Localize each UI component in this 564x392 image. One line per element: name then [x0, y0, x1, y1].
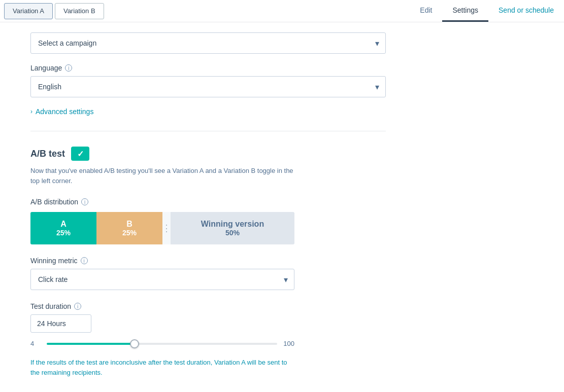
- advanced-settings-toggle[interactable]: › Advanced settings: [30, 108, 503, 116]
- test-duration-label-row: Test duration i: [30, 302, 503, 310]
- test-duration-input[interactable]: 24 Hours: [30, 314, 91, 333]
- slider-min-value: 4: [30, 340, 41, 347]
- ab-test-section: A/B test Now that you've enabled A/B tes…: [30, 147, 503, 377]
- winning-metric-chevron-icon: ▾: [284, 275, 288, 284]
- settings-nav-link[interactable]: Settings: [442, 0, 488, 22]
- variation-tabs: Variation A Variation B: [0, 0, 104, 22]
- slider-max-value: 100: [283, 340, 294, 347]
- dist-a-pct: 25%: [56, 229, 71, 237]
- edit-nav-link[interactable]: Edit: [410, 0, 442, 22]
- ab-test-toggle[interactable]: [71, 147, 89, 161]
- winning-metric-label-row: Winning metric i: [30, 257, 503, 265]
- ab-test-title: A/B test: [30, 149, 65, 159]
- section-divider: [30, 131, 386, 131]
- ab-test-header: A/B test: [30, 147, 503, 161]
- campaign-chevron-icon: ▾: [375, 39, 379, 48]
- language-value: English: [38, 83, 61, 91]
- advanced-chevron-icon: ›: [30, 108, 32, 115]
- dist-winning-pct: 50%: [225, 229, 240, 237]
- distribution-info-icon[interactable]: i: [81, 198, 88, 205]
- advanced-settings-label: Advanced settings: [36, 108, 93, 116]
- winning-metric-value: Click rate: [38, 275, 68, 283]
- top-navigation: Variation A Variation B Edit Settings Se…: [0, 0, 564, 22]
- duration-slider-container: 4 100: [30, 340, 294, 347]
- variation-a-tab[interactable]: Variation A: [4, 3, 53, 19]
- duration-slider-thumb[interactable]: [130, 339, 139, 348]
- campaign-select-wrapper: Select a campaign ▾: [30, 32, 503, 54]
- nav-links: Edit Settings Send or schedule: [410, 0, 564, 22]
- winning-metric-dropdown[interactable]: Click rate ▾: [30, 269, 294, 290]
- language-info-icon[interactable]: i: [65, 64, 72, 72]
- inconclusive-note: If the results of the test are inconclus…: [30, 358, 294, 377]
- test-duration-label: Test duration: [30, 302, 71, 310]
- variation-b-tab[interactable]: Variation B: [55, 3, 104, 19]
- campaign-placeholder: Select a campaign: [38, 39, 96, 47]
- dist-separator: ⋮: [162, 212, 171, 244]
- dist-winning-label: Winning version: [201, 220, 264, 229]
- language-label-row: Language i: [30, 64, 503, 72]
- variation-b-label: Variation B: [63, 7, 95, 15]
- test-duration-value: 24 Hours: [37, 319, 66, 328]
- dist-winning-block[interactable]: Winning version 50%: [171, 212, 294, 244]
- winning-metric-label: Winning metric: [30, 257, 78, 265]
- language-select[interactable]: English ▾: [30, 76, 386, 97]
- dist-b-block[interactable]: B 25%: [96, 212, 162, 244]
- duration-slider-track[interactable]: [47, 343, 277, 345]
- campaign-select[interactable]: Select a campaign ▾: [30, 32, 386, 54]
- dist-a-label: A: [60, 220, 67, 229]
- winning-metric-section: Winning metric i Click rate ▾: [30, 257, 503, 290]
- dist-b-label: B: [126, 220, 132, 229]
- send-schedule-nav-link[interactable]: Send or schedule: [488, 0, 564, 22]
- winning-metric-info-icon[interactable]: i: [81, 257, 88, 264]
- dist-a-block[interactable]: A 25%: [30, 212, 96, 244]
- main-content: Select a campaign ▾ Language i English ▾…: [0, 22, 533, 392]
- language-chevron-icon: ▾: [375, 82, 379, 92]
- ab-test-description: Now that you've enabled A/B testing you'…: [30, 166, 294, 186]
- distribution-bar: A 25% B 25% ⋮ Winning version 50%: [30, 212, 294, 244]
- dist-b-pct: 25%: [122, 229, 137, 237]
- test-duration-section: Test duration i 24 Hours 4 100: [30, 302, 503, 347]
- ab-distribution-label-row: A/B distribution i: [30, 198, 503, 206]
- language-label-text: Language: [30, 64, 62, 72]
- variation-a-label: Variation A: [13, 7, 44, 15]
- language-section: Language i English ▾: [30, 64, 503, 97]
- ab-distribution-label: A/B distribution: [30, 198, 78, 206]
- test-duration-info-icon[interactable]: i: [74, 303, 81, 310]
